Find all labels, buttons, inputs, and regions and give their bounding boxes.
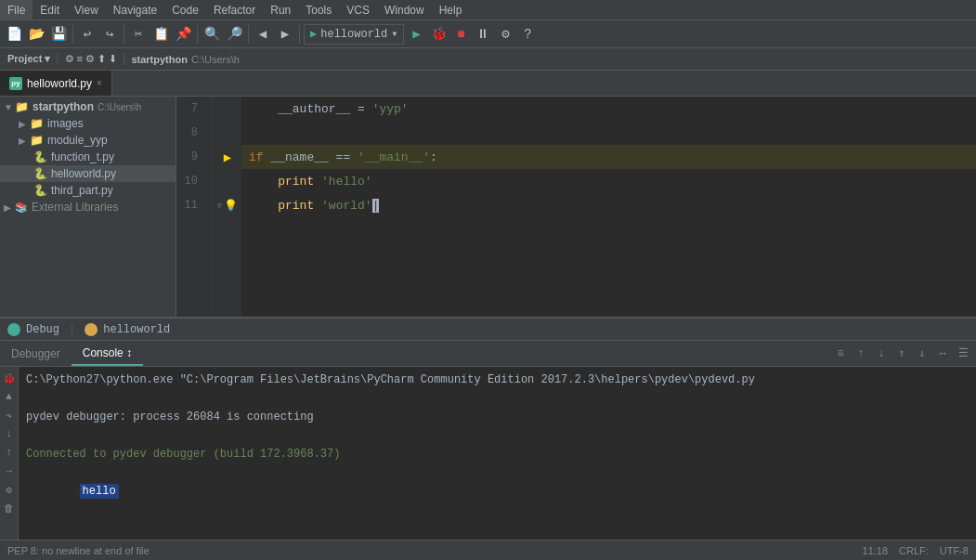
back-button[interactable]: ◀ <box>253 24 273 45</box>
bulb-icon[interactable]: 💡 <box>224 199 238 213</box>
save-button[interactable]: 💾 <box>48 24 69 45</box>
root-arrow: ▼ <box>4 102 15 112</box>
cursor-position[interactable]: 11:18 <box>863 545 889 556</box>
redo-button[interactable]: ↪ <box>99 24 120 45</box>
panel-btn-4[interactable]: ⇑ <box>892 345 911 363</box>
step-over-icon[interactable]: ↷ <box>2 408 17 423</box>
menu-refactor[interactable]: Refactor <box>206 0 263 20</box>
paste-button[interactable]: 📌 <box>173 24 193 45</box>
code-text <box>314 175 321 189</box>
bottom-left-icons: 🐞 ▲ ↷ ↓ ↑ → ⚙ 🗑 <box>0 367 19 540</box>
resume-button[interactable]: ⏸ <box>473 24 493 45</box>
panel-btn-3[interactable]: ↓ <box>872 345 891 363</box>
sidebar-item-helloworld[interactable]: 🐍 helloworld.py <box>0 165 176 182</box>
menu-view[interactable]: View <box>67 0 106 20</box>
line-num-8: 8 <box>176 121 205 145</box>
encoding[interactable]: UTF-8 <box>940 545 969 556</box>
editor-area[interactable]: 7 8 9 10 11 ▶ ▽ 💡 <box>176 97 976 317</box>
open-button[interactable]: 📂 <box>26 24 46 45</box>
tab-console[interactable]: Console ↕ <box>72 341 143 366</box>
menu-run[interactable]: Run <box>263 0 298 20</box>
settings-left-icon[interactable]: ⚙ <box>2 482 17 497</box>
panel-btn-1[interactable]: ≡ <box>831 345 850 363</box>
stop-button[interactable]: ■ <box>450 24 471 45</box>
helloworld-indicator-icon <box>85 323 98 336</box>
find-button[interactable]: 🔍 <box>202 24 222 45</box>
menu-tools[interactable]: Tools <box>298 0 339 20</box>
debug-left-icon[interactable]: 🐞 <box>2 371 17 385</box>
trash-icon[interactable]: 🗑 <box>2 501 17 515</box>
console-line-1: C:\Python27\python.exe "C:\Program Files… <box>26 371 969 389</box>
find-usages-button[interactable]: 🔎 <box>224 24 244 45</box>
tab-label: helloworld.py <box>27 77 92 90</box>
menu-code[interactable]: Code <box>164 0 206 20</box>
debug-run-label: helloworld <box>103 323 170 336</box>
settings-button[interactable]: ⚙ <box>495 24 515 45</box>
images-folder-icon: 📁 <box>30 117 44 130</box>
root-label: startpython <box>33 100 94 113</box>
code-text: __author__ = <box>249 102 372 116</box>
sidebar-item-thirdpart[interactable]: 🐍 third_part.py <box>0 182 176 199</box>
module-folder-icon: 📁 <box>30 134 44 147</box>
code-text: __name__ == <box>264 150 358 164</box>
run-button[interactable]: ▶ <box>406 24 426 45</box>
help-button[interactable]: ? <box>517 24 538 45</box>
code-text <box>249 199 278 213</box>
cut-button[interactable]: ✂ <box>128 24 149 45</box>
code-function: print <box>278 175 314 189</box>
line-num-7: 7 <box>176 97 205 121</box>
project-dropdown[interactable]: Project ▾ <box>7 53 50 65</box>
undo-button[interactable]: ↩ <box>77 24 98 45</box>
code-line-11: print 'world' | <box>241 193 976 217</box>
run-config-dropdown[interactable]: ▶ helloworld ▾ <box>304 24 404 45</box>
run-to-cursor-icon[interactable]: → <box>2 463 17 478</box>
hello-output: hello <box>80 484 119 499</box>
panel-btn-6[interactable]: ↔ <box>933 345 952 363</box>
debug-button[interactable]: 🐞 <box>428 24 449 45</box>
line-ending[interactable]: CRLF: <box>899 545 929 556</box>
sidebar-item-root[interactable]: ▼ 📁 startpython C:\Users\h <box>0 98 176 115</box>
menu-help[interactable]: Help <box>432 0 470 20</box>
panel-btn-2[interactable]: ↑ <box>852 345 870 363</box>
sidebar-item-images[interactable]: ▶ 📁 images <box>0 115 176 132</box>
console-line-7 <box>26 519 969 538</box>
line-num-empty <box>176 217 205 317</box>
tab-bar: py helloworld.py × <box>0 71 976 97</box>
menu-file[interactable]: File <box>0 0 33 20</box>
code-text <box>249 175 278 189</box>
debug-separator: | <box>69 323 75 336</box>
menu-vcs[interactable]: VCS <box>339 0 377 20</box>
py-file-icon: py <box>9 77 22 90</box>
tab-debugger[interactable]: Debugger <box>0 341 72 366</box>
code-editor[interactable]: __author__ = 'yyp' if __name__ == '__mai… <box>241 97 976 317</box>
tab-close-button[interactable]: × <box>97 78 102 88</box>
console-line-3: pydev debugger: process 26084 is connect… <box>26 408 969 426</box>
forward-button[interactable]: ▶ <box>275 24 295 45</box>
copy-button[interactable]: 📋 <box>150 24 171 45</box>
status-message: PEP 8: no newline at end of file <box>7 545 863 556</box>
sidebar-item-function[interactable]: 🐍 function_t.py <box>0 149 176 165</box>
new-button[interactable]: 📄 <box>4 24 24 45</box>
menu-window[interactable]: Window <box>377 0 432 20</box>
step-into-icon[interactable]: ↓ <box>2 426 17 441</box>
code-text <box>314 199 321 213</box>
separator-4 <box>248 25 249 44</box>
run-config-label: helloworld <box>320 28 387 41</box>
text-cursor: | <box>372 199 380 213</box>
up-icon[interactable]: ▲ <box>2 389 17 404</box>
panel-btn-7[interactable]: ☰ <box>954 345 972 363</box>
sidebar-item-module[interactable]: ▶ 📁 module_yyp <box>0 132 176 149</box>
menu-navigate[interactable]: Navigate <box>106 0 164 20</box>
code-content: 7 8 9 10 11 ▶ ▽ 💡 <box>176 97 976 317</box>
step-out-icon[interactable]: ↑ <box>2 445 17 460</box>
external-icon: 📚 <box>15 202 28 214</box>
separator-2 <box>124 25 124 44</box>
line-num-9: 9 <box>176 145 205 169</box>
menu-edit[interactable]: Edit <box>33 0 67 20</box>
gutter-8 <box>214 121 241 145</box>
sidebar-item-external[interactable]: ▶ 📚 External Libraries <box>0 199 176 215</box>
code-string: '__main__' <box>358 150 430 164</box>
panel-btn-5[interactable]: ⇓ <box>913 345 931 363</box>
fold-icon: ▽ <box>217 202 222 210</box>
tab-helloworld[interactable]: py helloworld.py × <box>0 71 112 96</box>
